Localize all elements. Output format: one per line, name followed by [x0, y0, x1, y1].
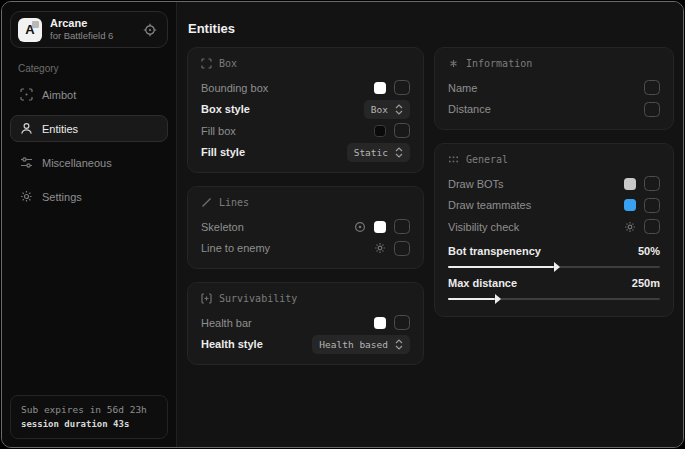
color-swatch[interactable]	[374, 221, 386, 233]
gear-icon[interactable]	[374, 242, 386, 254]
setting-row: Distance	[448, 99, 660, 121]
sidebar-nav: Aimbot Entities Miscellaneous	[2, 81, 176, 210]
setting-row: Skeleton	[201, 216, 410, 238]
target-icon[interactable]	[354, 221, 366, 233]
gear-icon	[20, 190, 33, 203]
dropdown-value: Static	[354, 147, 388, 158]
setting-label: Health bar	[201, 317, 252, 329]
slider-group: Max distance 250m	[448, 275, 660, 300]
sidebar-item-label: Miscellaneous	[42, 157, 112, 169]
crosshair-scan-icon	[20, 88, 33, 101]
section-title: Survivability	[219, 293, 297, 304]
setting-row: Line to enemy	[201, 238, 410, 260]
setting-label: Health style	[201, 338, 263, 350]
checkbox[interactable]	[394, 80, 410, 95]
checkbox[interactable]	[394, 123, 410, 138]
chevron-up-down-icon	[395, 104, 403, 115]
gear-icon[interactable]	[624, 221, 636, 233]
section-title: Box	[219, 58, 237, 69]
survivability-section-card: Survivability Health bar Health style He…	[187, 282, 424, 365]
crosshair-target-icon[interactable]	[143, 23, 157, 37]
checkbox[interactable]	[644, 219, 660, 234]
color-swatch[interactable]	[624, 178, 636, 190]
scan-brackets-icon	[201, 58, 212, 69]
setting-row: Name	[448, 77, 660, 99]
fill-style-dropdown[interactable]: Static	[347, 143, 410, 162]
sidebar-item-label: Entities	[42, 123, 78, 135]
checkbox[interactable]	[644, 198, 660, 213]
sidebar-item-aimbot[interactable]: Aimbot	[10, 81, 168, 108]
brand-card: A Arcane for Battlefield 6	[10, 11, 168, 48]
tune-sliders-icon	[20, 156, 33, 169]
subscription-info-card: Sub expires in 56d 23h session duration …	[10, 395, 168, 439]
setting-row: Fill style Static	[201, 142, 410, 164]
box-section-card: Box Bounding box Box style Box	[187, 47, 424, 173]
box-style-dropdown[interactable]: Box	[364, 100, 410, 119]
information-section-card: Information Name Distance	[434, 47, 674, 130]
checkbox[interactable]	[394, 315, 410, 330]
color-swatch[interactable]	[624, 199, 636, 211]
setting-label: Name	[448, 82, 477, 94]
setting-label: Fill style	[201, 146, 245, 158]
setting-row: Fill box	[201, 120, 410, 142]
setting-row: Bounding box	[201, 77, 410, 99]
section-title: Lines	[219, 197, 249, 208]
session-duration-text: session duration 43s	[21, 418, 157, 432]
color-swatch[interactable]	[374, 82, 386, 94]
grid-dots-icon	[448, 154, 459, 165]
sidebar-item-label: Aimbot	[42, 89, 76, 101]
slider-label: Bot transpenency	[448, 245, 541, 257]
setting-row: Draw BOTs	[448, 173, 660, 195]
chevron-up-down-icon	[395, 339, 403, 350]
setting-label: Distance	[448, 103, 491, 115]
dropdown-value: Health based	[319, 339, 388, 350]
brand-name: Arcane	[50, 17, 113, 31]
setting-label: Draw BOTs	[448, 178, 504, 190]
setting-label: Visibility check	[448, 221, 519, 233]
checkbox[interactable]	[394, 219, 410, 234]
slider-thumb[interactable]	[495, 294, 501, 304]
asterisk-brackets-icon	[448, 58, 459, 69]
category-label: Category	[18, 63, 176, 74]
slider-value: 250m	[632, 277, 660, 289]
health-style-dropdown[interactable]: Health based	[312, 335, 410, 354]
dropdown-value: Box	[371, 104, 388, 115]
checkbox[interactable]	[394, 241, 410, 256]
brand-subtitle: for Battlefield 6	[50, 30, 113, 42]
diagonal-line-icon	[201, 197, 212, 208]
general-section-card: General Draw BOTs Draw teammates	[434, 143, 674, 317]
slider-thumb[interactable]	[554, 262, 560, 272]
setting-row: Visibility check	[448, 216, 660, 238]
main-panel: Entities Box Bounding box	[177, 2, 683, 447]
setting-row: Health style Health based	[201, 334, 410, 356]
sidebar-item-label: Settings	[42, 191, 82, 203]
checkbox[interactable]	[644, 80, 660, 95]
setting-row: Box style Box	[201, 99, 410, 121]
brand-logo: A	[18, 18, 42, 42]
max-distance-slider[interactable]	[448, 298, 660, 300]
section-title: General	[466, 154, 508, 165]
sidebar-item-miscellaneous[interactable]: Miscellaneous	[10, 149, 168, 176]
setting-label: Line to enemy	[201, 242, 270, 254]
sub-expiry-text: Sub expires in 56d 23h	[21, 403, 157, 417]
setting-label: Draw teammates	[448, 199, 531, 211]
section-title: Information	[466, 58, 532, 69]
slider-value: 50%	[638, 245, 660, 257]
lines-section-card: Lines Skeleton Line to	[187, 186, 424, 269]
right-column: Information Name Distance	[434, 47, 674, 317]
setting-label: Bounding box	[201, 82, 268, 94]
setting-label: Skeleton	[201, 221, 244, 233]
sidebar-item-entities[interactable]: Entities	[10, 115, 168, 142]
checkbox[interactable]	[644, 102, 660, 117]
sidebar-item-settings[interactable]: Settings	[10, 183, 168, 210]
sidebar: A Arcane for Battlefield 6 Category	[2, 2, 177, 447]
color-swatch[interactable]	[374, 125, 386, 137]
left-column: Box Bounding box Box style Box	[187, 47, 424, 365]
setting-row: Draw teammates	[448, 195, 660, 217]
bot-transparency-slider[interactable]	[448, 266, 660, 268]
checkbox[interactable]	[644, 176, 660, 191]
page-title: Entities	[188, 21, 235, 36]
color-swatch[interactable]	[374, 317, 386, 329]
setting-label: Box style	[201, 103, 250, 115]
brackets-plus-icon	[201, 293, 212, 304]
